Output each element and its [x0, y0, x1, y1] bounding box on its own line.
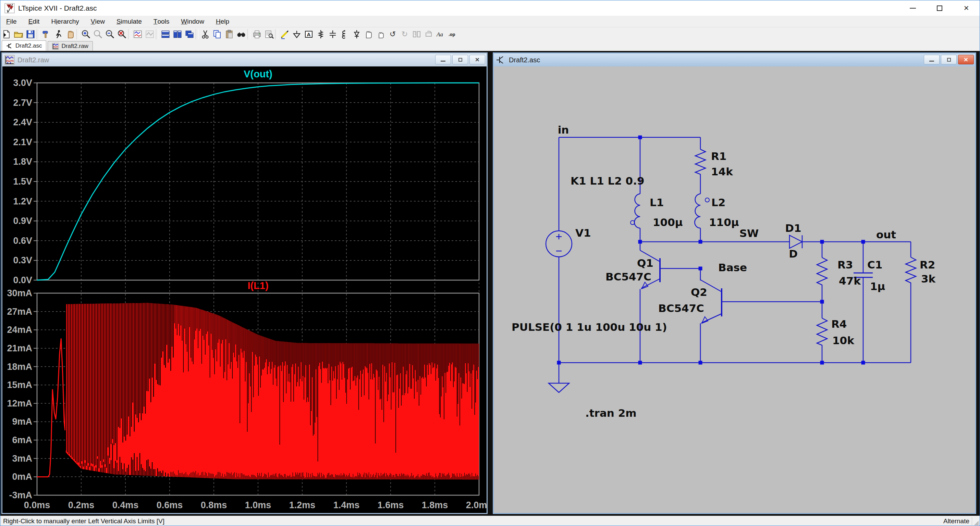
menu-hierarchy[interactable]: Hierarchy — [45, 16, 84, 27]
tab-label: Draft2.raw — [61, 43, 88, 50]
schematic-minimize-button[interactable] — [924, 55, 940, 64]
menu-view[interactable]: View — [85, 16, 111, 27]
schematic-canvas[interactable]: in K1 L1 L2 0.9 V1 PULSE(0 1 1u 100u 10u… — [494, 67, 975, 513]
diode-icon[interactable] — [350, 29, 363, 40]
menu-window[interactable]: Window — [175, 16, 210, 27]
waveform-plot-area[interactable]: 3.0V2.7V2.4V2.1V1.8V1.5V1.2V0.9V0.6V0.3V… — [2, 67, 487, 513]
run-icon[interactable] — [52, 29, 64, 40]
svg-text:↻: ↻ — [401, 30, 407, 38]
halt-icon[interactable] — [64, 29, 76, 40]
q1-value[interactable]: BC547C — [606, 270, 651, 283]
toolbar: A↺↻Aa.op — [0, 27, 980, 41]
toolbar-separator — [156, 29, 159, 40]
simulation-directive[interactable]: .tran 2m — [585, 407, 636, 419]
undo-icon[interactable]: ↺ — [387, 29, 399, 40]
move-icon[interactable] — [363, 29, 374, 40]
d1-name[interactable]: D1 — [785, 222, 801, 234]
ltspice-logo-icon — [5, 3, 15, 13]
net-label-in[interactable]: in — [558, 124, 569, 136]
find-icon[interactable] — [235, 29, 247, 40]
r1-name[interactable]: R1 — [711, 150, 726, 162]
net-label-out[interactable]: out — [876, 229, 896, 241]
menu-tools[interactable]: Tools — [148, 16, 175, 27]
status-mode: Alternate — [943, 517, 969, 525]
cascade-icon[interactable] — [183, 29, 195, 40]
r2-value[interactable]: 3k — [921, 273, 936, 285]
v1-value[interactable]: PULSE(0 1 1u 100u 10u 1) — [512, 321, 667, 333]
zoom-in-icon[interactable] — [80, 29, 92, 40]
capacitor-icon[interactable] — [326, 29, 339, 40]
v1-name[interactable]: V1 — [575, 227, 591, 239]
copy-icon[interactable] — [211, 29, 223, 40]
new-file-icon[interactable] — [0, 29, 12, 40]
autorange-icon[interactable] — [132, 29, 143, 40]
tile-horz-icon[interactable] — [171, 29, 183, 40]
ground-icon[interactable] — [291, 29, 302, 40]
plot-settings-icon[interactable] — [143, 29, 156, 40]
resize-grip[interactable] — [974, 521, 978, 525]
r4-value[interactable]: 10k — [832, 334, 854, 346]
svg-text:0.0V: 0.0V — [13, 275, 32, 285]
l1-name[interactable]: L1 — [650, 196, 664, 208]
text-icon[interactable]: Aa — [434, 29, 447, 40]
mirror-icon[interactable] — [410, 29, 423, 40]
spice-directive-icon[interactable]: .op — [447, 29, 458, 40]
zoom-extents-icon[interactable] — [116, 29, 128, 40]
waveform-window-titlebar[interactable]: Draft2.raw × — [2, 53, 487, 67]
paste-icon[interactable] — [223, 29, 235, 40]
l1-value[interactable]: 100µ — [653, 216, 683, 229]
minimize-button[interactable] — [899, 0, 926, 16]
c1-name[interactable]: C1 — [867, 259, 882, 271]
waveform-close-button[interactable]: × — [469, 55, 485, 64]
r3-name[interactable]: R3 — [837, 259, 853, 271]
tab-draft2.raw[interactable]: Draft2.raw — [48, 41, 92, 51]
drag-icon[interactable] — [374, 29, 387, 40]
net-label-icon[interactable]: A — [302, 29, 315, 40]
net-label-sw[interactable]: SW — [740, 227, 759, 239]
zoom-out-icon[interactable] — [104, 29, 116, 40]
r3-value[interactable]: 47k — [839, 275, 861, 287]
menu-simulate[interactable]: Simulate — [111, 16, 148, 27]
coupling-directive[interactable]: K1 L1 L2 0.9 — [571, 175, 644, 187]
print-icon[interactable] — [251, 29, 263, 40]
waveform-minimize-button[interactable] — [435, 55, 451, 64]
svg-text:24mA: 24mA — [7, 325, 32, 335]
open-folder-icon[interactable] — [12, 29, 24, 40]
r2-name[interactable]: R2 — [920, 259, 935, 271]
control-panel-icon[interactable] — [40, 29, 52, 40]
waveform-maximize-button[interactable] — [452, 55, 468, 64]
schematic-close-button[interactable]: × — [958, 55, 974, 64]
zoom-pan-icon[interactable] — [92, 29, 104, 40]
menu-file[interactable]: File — [0, 16, 22, 27]
menu-edit[interactable]: Edit — [22, 16, 46, 27]
d1-value[interactable]: D — [789, 248, 798, 260]
schematic-file-icon — [496, 55, 506, 65]
l2-value[interactable]: 110µ — [709, 216, 739, 229]
save-icon[interactable] — [24, 29, 36, 40]
menu-help[interactable]: Help — [210, 16, 235, 27]
print-preview-icon[interactable] — [263, 29, 275, 40]
q2-name[interactable]: Q2 — [691, 286, 707, 298]
r4-name[interactable]: R4 — [831, 318, 847, 330]
schematic-maximize-button[interactable] — [941, 55, 957, 64]
redo-icon[interactable]: ↻ — [399, 29, 410, 40]
schematic-window-titlebar[interactable]: Draft2.asc × — [494, 53, 975, 67]
net-label-base[interactable]: Base — [718, 261, 747, 273]
svg-text:V(out): V(out) — [243, 68, 272, 79]
tab-draft2.asc[interactable]: Draft2.asc — [2, 40, 46, 51]
q1-name[interactable]: Q1 — [637, 257, 654, 269]
resistor-icon[interactable] — [315, 29, 326, 40]
rotate-icon[interactable] — [423, 29, 434, 40]
close-button[interactable]: × — [953, 0, 980, 16]
c1-value[interactable]: 1µ — [870, 280, 885, 292]
inductor-icon[interactable] — [339, 29, 350, 40]
wire-icon[interactable] — [278, 29, 291, 40]
tile-vert-icon[interactable] — [159, 29, 171, 40]
l2-name[interactable]: L2 — [711, 196, 725, 208]
svg-text:6mA: 6mA — [12, 435, 32, 445]
cut-icon[interactable] — [199, 29, 211, 40]
q2-value[interactable]: BC547C — [658, 302, 704, 315]
maximize-button[interactable] — [926, 0, 953, 16]
title-bar[interactable]: LTspice XVII - Draft2.asc × — [0, 0, 980, 16]
r1-value[interactable]: 14k — [711, 165, 733, 178]
